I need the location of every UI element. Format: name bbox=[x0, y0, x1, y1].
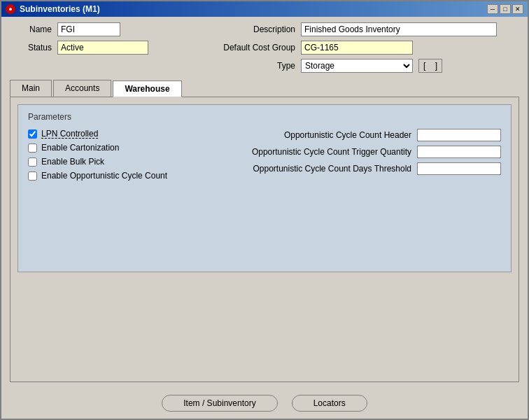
name-label: Name bbox=[10, 24, 52, 34]
title-bar-left: ● Subinventories (M1) bbox=[6, 4, 100, 14]
cartonization-label: Enable Cartonization bbox=[41, 143, 119, 153]
parameters-label: Parameters bbox=[28, 112, 501, 122]
cartonization-checkbox[interactable] bbox=[28, 144, 37, 153]
title-bar: ● Subinventories (M1) ─ □ ✕ bbox=[1, 1, 528, 17]
locators-button[interactable]: Locators bbox=[292, 395, 367, 412]
name-row: Name bbox=[10, 22, 148, 36]
type-label: Type bbox=[204, 61, 295, 71]
main-content: Main Accounts Warehouse Parameters LPN C… bbox=[10, 80, 519, 382]
description-input[interactable] bbox=[301, 22, 497, 36]
right-params: Opportunistic Cycle Count Header Opportu… bbox=[196, 129, 501, 181]
lpn-label: LPN Controlled bbox=[41, 129, 98, 139]
checkbox-bulk-pick: Enable Bulk Pick bbox=[28, 157, 182, 167]
description-row: Description bbox=[204, 22, 497, 36]
main-window: ● Subinventories (M1) ─ □ ✕ Name Status bbox=[0, 0, 529, 420]
occ-header-row: Opportunistic Cycle Count Header bbox=[196, 129, 501, 141]
checkbox-occ: Enable Opportunistic Cycle Count bbox=[28, 171, 182, 181]
left-header: Name Status bbox=[10, 22, 148, 55]
occ-trigger-row: Opportunistic Cycle Count Trigger Quanti… bbox=[196, 146, 501, 158]
params-inner: LPN Controlled Enable Cartonization Enab… bbox=[28, 129, 501, 181]
occ-trigger-input[interactable] bbox=[417, 146, 501, 158]
checkbox-lpn: LPN Controlled bbox=[28, 129, 182, 139]
occ-checkbox[interactable] bbox=[28, 172, 37, 181]
cost-group-row: Default Cost Group bbox=[204, 41, 497, 55]
left-params: LPN Controlled Enable Cartonization Enab… bbox=[28, 129, 182, 181]
status-row: Status bbox=[10, 41, 148, 55]
bulk-pick-label: Enable Bulk Pick bbox=[41, 157, 104, 167]
name-input[interactable] bbox=[57, 22, 120, 36]
type-select[interactable]: Storage Receiving Shipping bbox=[301, 59, 413, 73]
right-header: Description Default Cost Group Type Stor… bbox=[204, 22, 497, 73]
checkbox-cartonization: Enable Cartonization bbox=[28, 143, 182, 153]
app-icon: ● bbox=[6, 4, 15, 14]
parameters-group: Parameters LPN Controlled Enable Cartoni… bbox=[17, 104, 512, 272]
lpn-checkbox[interactable] bbox=[28, 130, 37, 139]
tab-accounts[interactable]: Accounts bbox=[53, 80, 111, 97]
occ-days-label: Opportunistic Cycle Count Days Threshold bbox=[253, 164, 411, 174]
type-row: Type Storage Receiving Shipping [ ] bbox=[204, 59, 497, 73]
window-title: Subinventories (M1) bbox=[20, 4, 100, 14]
occ-header-input[interactable] bbox=[417, 129, 501, 141]
bulk-pick-checkbox[interactable] bbox=[28, 158, 37, 167]
occ-trigger-label: Opportunistic Cycle Count Trigger Quanti… bbox=[252, 147, 411, 157]
tabs-bar: Main Accounts Warehouse bbox=[10, 80, 519, 97]
occ-days-input[interactable] bbox=[417, 162, 501, 175]
description-label: Description bbox=[204, 24, 295, 34]
item-subinventory-button[interactable]: Item / Subinventory bbox=[162, 395, 277, 412]
occ-label: Enable Opportunistic Cycle Count bbox=[41, 171, 167, 181]
occ-header-label: Opportunistic Cycle Count Header bbox=[284, 130, 411, 140]
footer: Item / Subinventory Locators bbox=[1, 388, 528, 419]
cost-group-input[interactable] bbox=[301, 41, 413, 55]
status-label: Status bbox=[10, 43, 52, 52]
close-button[interactable]: ✕ bbox=[512, 4, 523, 14]
tab-main[interactable]: Main bbox=[10, 80, 52, 97]
tab-content: Parameters LPN Controlled Enable Cartoni… bbox=[10, 97, 519, 382]
content-area: Name Status Description Default Cost Gro… bbox=[1, 17, 528, 388]
cost-group-label: Default Cost Group bbox=[204, 43, 295, 52]
maximize-button[interactable]: □ bbox=[500, 4, 511, 14]
bracket-box: [ ] bbox=[418, 59, 442, 73]
title-buttons: ─ □ ✕ bbox=[487, 4, 523, 14]
minimize-button[interactable]: ─ bbox=[487, 4, 498, 14]
header-section: Name Status Description Default Cost Gro… bbox=[10, 22, 519, 73]
occ-days-row: Opportunistic Cycle Count Days Threshold bbox=[196, 162, 501, 175]
status-input[interactable] bbox=[57, 41, 148, 55]
tab-warehouse[interactable]: Warehouse bbox=[113, 80, 181, 97]
